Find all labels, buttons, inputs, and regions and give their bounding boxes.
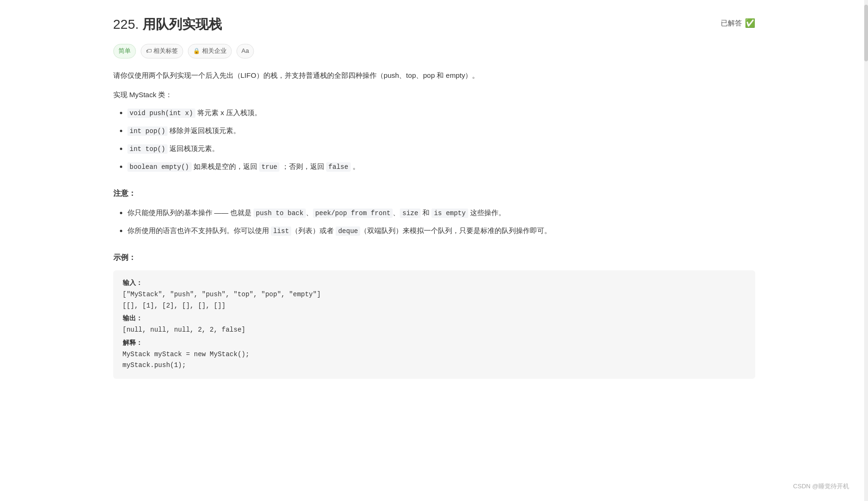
operation-empty-desc: 如果栈是空的，返回 true ；否则，返回 false 。	[194, 162, 360, 170]
tag-related-tags[interactable]: 🏷 相关标签	[141, 44, 183, 58]
explain-label-text: 解释：	[123, 339, 143, 347]
input-label: 输入：	[123, 278, 746, 289]
solved-label: 已解答	[721, 17, 742, 29]
explain-line2: myStack.push(1);	[123, 360, 746, 371]
operation-pop: int pop() 移除并返回栈顶元素。	[127, 124, 755, 137]
notice-item-1: 你只能使用队列的基本操作 —— 也就是 push to back、peek/po…	[127, 206, 755, 219]
operation-top: int top() 返回栈顶元素。	[127, 142, 755, 155]
input-line1: ["MyStack", "push", "push", "top", "pop"…	[123, 289, 746, 301]
tag-related-companies-label: 相关企业	[202, 46, 227, 56]
operation-push-code: void push(int x)	[127, 109, 195, 118]
tag-icon: 🏷	[146, 47, 152, 56]
operation-pop-code: int pop()	[127, 126, 168, 136]
page-container: 已解答 ✅ 225. 用队列实现栈 简单 🏷 相关标签 🔒 相关企业 Aa 请你…	[94, 0, 774, 501]
notice-item-2: 你所使用的语言也许不支持队列。你可以使用 list（列表）或者 deque（双端…	[127, 224, 755, 237]
problem-title-text: 用队列实现栈	[143, 17, 222, 32]
solved-badge: 已解答 ✅	[721, 17, 755, 30]
explain-line1: MyStack myStack = new MyStack();	[123, 349, 746, 360]
tag-related-tags-label: 相关标签	[153, 46, 178, 56]
input-line2: [[], [1], [2], [], [], []]	[123, 301, 746, 312]
lock-icon: 🔒	[193, 47, 200, 56]
example-title: 示例：	[113, 251, 755, 264]
check-circle-icon: ✅	[745, 17, 755, 30]
input-label-text: 输入：	[123, 279, 143, 287]
operation-push: void push(int x) 将元素 x 压入栈顶。	[127, 106, 755, 119]
operation-empty: boolean empty() 如果栈是空的，返回 true ；否则，返回 fa…	[127, 160, 755, 173]
operation-top-code: int top()	[127, 144, 168, 154]
output-label-text: 输出：	[123, 315, 143, 322]
operations-list: void push(int x) 将元素 x 压入栈顶。 int pop() 移…	[113, 106, 755, 174]
tag-related-companies[interactable]: 🔒 相关企业	[188, 44, 232, 58]
output-line: [null, null, null, 2, 2, false]	[123, 325, 746, 336]
scrollbar-thumb[interactable]	[864, 5, 868, 61]
tag-difficulty-label: 简单	[118, 46, 131, 56]
tag-font[interactable]: Aa	[236, 44, 254, 58]
notices-list: 你只能使用队列的基本操作 —— 也就是 push to back、peek/po…	[113, 206, 755, 237]
operation-empty-code: boolean empty()	[127, 162, 192, 172]
explain-label: 解释：	[123, 338, 746, 349]
output-label: 输出：	[123, 313, 746, 325]
csdn-watermark: CSDN @睡觉待开机	[793, 482, 849, 492]
tag-difficulty[interactable]: 简单	[113, 44, 136, 58]
notice-title: 注意：	[113, 187, 755, 200]
example-block: 输入： ["MyStack", "push", "push", "top", "…	[113, 270, 755, 379]
scrollbar-track[interactable]	[864, 0, 868, 501]
tags-row: 简单 🏷 相关标签 🔒 相关企业 Aa	[113, 44, 755, 58]
operation-push-desc: 将元素 x 压入栈顶。	[197, 109, 261, 117]
problem-title: 225. 用队列实现栈	[113, 14, 755, 35]
problem-number: 225.	[113, 17, 139, 32]
tag-font-label: Aa	[242, 46, 249, 56]
operation-top-desc: 返回栈顶元素。	[169, 144, 219, 152]
implement-label: 实现 MyStack 类：	[113, 89, 755, 100]
operation-pop-desc: 移除并返回栈顶元素。	[169, 126, 240, 134]
problem-description: 请你仅使用两个队列实现一个后入先出（LIFO）的栈，并支持普通栈的全部四种操作（…	[113, 69, 755, 82]
